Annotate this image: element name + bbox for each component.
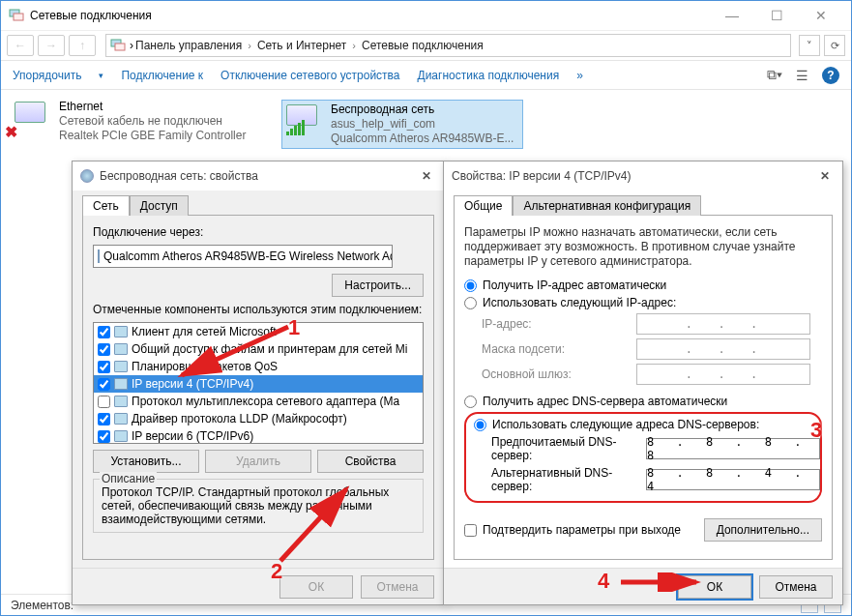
connection-ethernet[interactable]: ✖ Ethernet Сетевой кабель не подключен R… — [13, 100, 254, 149]
desc-legend: Описание — [100, 472, 157, 485]
component-item[interactable]: Протокол мультиплексора сетевого адаптер… — [94, 393, 423, 410]
component-icon — [114, 361, 128, 372]
cmd-arrange[interactable]: Упорядочить — [13, 69, 81, 82]
component-checkbox[interactable] — [98, 378, 110, 391]
ip-address-label: IP-адрес: — [482, 317, 636, 331]
ip-address-input: . . . — [636, 313, 810, 335]
svg-rect-3 — [115, 44, 125, 50]
dns-auto-radio[interactable] — [464, 396, 477, 408]
mask-input: . . . — [636, 338, 810, 360]
tab-general[interactable]: Общие — [454, 195, 513, 216]
adapter-properties-dialog: Беспроводная сеть: свойства ✕ Сеть Досту… — [72, 161, 445, 605]
tab-network[interactable]: Сеть — [82, 195, 130, 216]
dlg2-ok-button[interactable]: ОК — [678, 575, 751, 599]
dns-manual-block: Использовать следующие адреса DNS-сервер… — [464, 412, 822, 503]
component-item[interactable]: Общий доступ к файлам и принтерам для се… — [94, 340, 423, 358]
wifi-signal-icon — [286, 120, 305, 135]
adapter-display: Qualcomm Atheros AR9485WB-EG Wireless Ne… — [93, 245, 393, 268]
dns2-input[interactable]: 8 . 8 . 4 . 4 — [646, 469, 820, 490]
cmd-more[interactable]: » — [576, 69, 583, 82]
close-button[interactable]: ✕ — [799, 2, 843, 29]
window-controls: — ☐ ✕ — [710, 2, 843, 29]
advanced-button[interactable]: Дополнительно... — [704, 518, 822, 542]
dlg2-cancel-button[interactable]: Отмена — [759, 575, 833, 599]
properties-button[interactable]: Свойства — [317, 450, 424, 473]
statusbar-text: Элементов: — [11, 599, 73, 612]
tab-sharing[interactable]: Доступ — [130, 195, 189, 216]
component-item[interactable]: IP версии 4 (TCP/IPv4) — [94, 375, 423, 393]
component-item[interactable]: Планировщик пакетов QoS — [94, 358, 423, 375]
dns2-label: Альтернативный DNS-сервер: — [491, 466, 646, 493]
dns1-input[interactable]: 8 . 8 . 8 . 8 — [646, 438, 820, 459]
dlg1-close-button[interactable]: ✕ — [417, 166, 436, 186]
cmd-connect[interactable]: Подключение к — [121, 69, 203, 82]
component-label: Общий доступ к файлам и принтерам для се… — [132, 342, 407, 356]
address-bar[interactable]: › Панель управления› Сеть и Интернет› Се… — [105, 34, 791, 57]
view-icons-button[interactable]: ⧉▾ — [767, 67, 782, 83]
component-checkbox[interactable] — [98, 326, 110, 338]
connection-wifi[interactable]: Беспроводная сеть asus_help_wifi_com Qua… — [281, 100, 523, 149]
view-details-button[interactable]: ☰ — [796, 68, 808, 83]
back-button[interactable]: ← — [7, 35, 34, 56]
bc-3[interactable]: Сетевые подключения — [360, 39, 485, 52]
ip-auto-radio[interactable] — [464, 279, 477, 292]
component-item[interactable]: IP версии 6 (TCP/IPv6) — [94, 427, 423, 444]
component-item[interactable]: Клиент для сетей Microsoft — [94, 323, 423, 340]
command-bar: Упорядочить▾ Подключение к Отключение се… — [1, 61, 851, 90]
install-button[interactable]: Установить... — [93, 450, 199, 473]
conn-name: Беспроводная сеть — [331, 103, 514, 117]
dlg1-cancel-button: Отмена — [361, 575, 434, 599]
cmd-diag[interactable]: Диагностика подключения — [418, 69, 560, 82]
breadcrumb: Панель управления› Сеть и Интернет› Сете… — [133, 39, 485, 52]
adapter-icon — [98, 249, 100, 263]
help-icon[interactable]: ? — [822, 67, 839, 84]
conn-status: Сетевой кабель не подключен — [59, 114, 246, 129]
component-item[interactable]: Драйвер протокола LLDP (Майкрософт) — [94, 410, 423, 427]
component-checkbox[interactable] — [98, 361, 110, 373]
gateway-label: Основной шлюз: — [482, 367, 636, 381]
maximize-button[interactable]: ☐ — [754, 2, 799, 29]
conn-name: Ethernet — [59, 100, 246, 114]
bc-2[interactable]: Сеть и Интернет — [255, 39, 348, 52]
dlg1-title: Беспроводная сеть: свойства — [100, 169, 417, 183]
components-label: Отмеченные компоненты используются этим … — [93, 303, 424, 316]
network-icon — [9, 8, 24, 23]
window-title: Сетевые подключения — [30, 9, 710, 22]
ip-manual-radio[interactable] — [464, 297, 477, 309]
up-button[interactable]: ↑ — [69, 35, 96, 56]
conn-status: asus_help_wifi_com — [331, 117, 514, 132]
mask-label: Маска подсети: — [482, 342, 636, 356]
configure-button[interactable]: Настроить... — [332, 274, 424, 297]
addr-dropdown[interactable]: ˅ — [799, 35, 820, 56]
dlg2-footer: ОК Отмена — [444, 568, 842, 604]
forward-button[interactable]: → — [38, 35, 65, 56]
bc-1[interactable]: Панель управления — [133, 39, 244, 52]
dlg2-titlebar: Свойства: IP версии 4 (TCP/IPv4) ✕ — [444, 161, 842, 191]
description-box: Описание Протокол TCP/IP. Стандартный пр… — [93, 479, 424, 533]
dlg1-icon — [80, 169, 94, 183]
components-list[interactable]: Клиент для сетей MicrosoftОбщий доступ к… — [93, 322, 424, 444]
conn-device: Realtek PCIe GBE Family Controller — [59, 129, 246, 143]
refresh-button[interactable]: ⟳ — [824, 35, 845, 56]
desc-text: Протокол TCP/IP. Стандартный протокол гл… — [102, 485, 415, 526]
component-label: IP версии 6 (TCP/IPv6) — [132, 429, 253, 443]
dns-manual-radio[interactable] — [474, 419, 486, 431]
svg-rect-1 — [14, 14, 23, 20]
tab-alt-config[interactable]: Альтернативная конфигурация — [513, 195, 701, 216]
component-icon — [114, 378, 128, 390]
component-label: Протокол мультиплексора сетевого адаптер… — [132, 395, 399, 408]
addr-icon — [110, 38, 126, 53]
minimize-button[interactable]: — — [710, 2, 754, 29]
titlebar: Сетевые подключения — ☐ ✕ — [1, 1, 851, 30]
gateway-input: . . . — [636, 364, 810, 385]
dlg2-close-button[interactable]: ✕ — [815, 166, 835, 186]
dlg1-ok-button: ОК — [279, 575, 353, 599]
validate-checkbox[interactable] — [464, 524, 477, 537]
component-checkbox[interactable] — [98, 430, 110, 443]
component-icon — [114, 343, 128, 355]
component-checkbox[interactable] — [98, 343, 110, 356]
component-checkbox[interactable] — [98, 396, 110, 408]
dlg1-footer: ОК Отмена — [73, 568, 444, 604]
cmd-disable[interactable]: Отключение сетевого устройства — [220, 69, 399, 82]
component-checkbox[interactable] — [98, 413, 110, 425]
